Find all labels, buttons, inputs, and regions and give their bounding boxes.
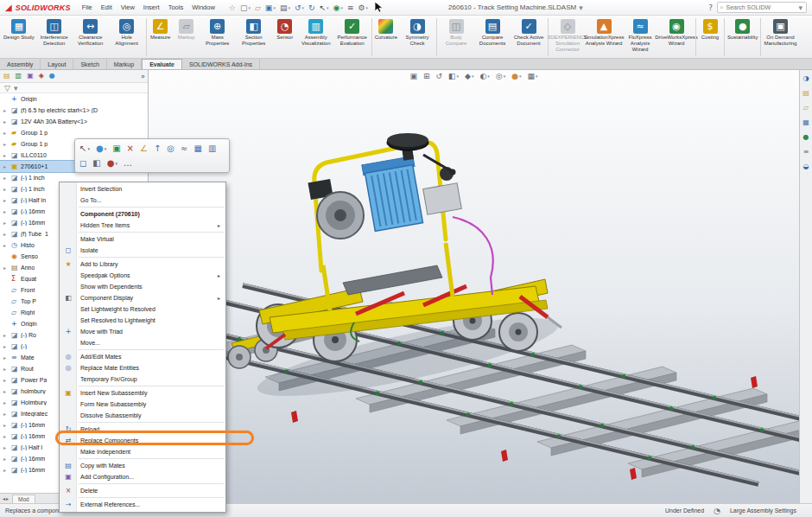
expand-arrow-icon[interactable]: ▸ bbox=[3, 343, 10, 349]
more-options-icon[interactable]: … bbox=[122, 158, 134, 168]
ribbon-tool-measure[interactable]: ∠Measure bbox=[148, 18, 174, 41]
graphics-area[interactable]: ▣⊞↺◧▾◆▾◐▾◎▾●▾▦▾ bbox=[149, 70, 799, 503]
ribbon-tool-hole-alignment[interactable]: ◎Hole Alignment bbox=[109, 18, 145, 48]
tab-sketch[interactable]: Sketch bbox=[73, 59, 106, 69]
ribbon-tool-floxpress-analysis-wizard[interactable]: ≈FloXpress Analysis Wizard bbox=[622, 18, 658, 53]
new-file-icon[interactable]: ▢▾ bbox=[239, 3, 251, 12]
explode-icon[interactable]: ↑ bbox=[152, 144, 162, 153]
expand-arrow-icon[interactable]: ▸ bbox=[3, 231, 10, 237]
menu-view[interactable]: View bbox=[117, 2, 139, 13]
previous-view-icon[interactable]: ↺ bbox=[435, 72, 442, 80]
ribbon-tool-on-demand-manufacturing[interactable]: ▣On Demand Manufacturing bbox=[762, 18, 798, 48]
ribbon-tool-symmetry-check[interactable]: ◑Symmetry Check bbox=[399, 18, 435, 48]
configurationmanager-icon[interactable]: ▣ bbox=[26, 72, 35, 80]
select-icon[interactable]: ↖▾ bbox=[78, 144, 92, 153]
menu-item-show-with-dependents[interactable]: Show with Dependents bbox=[60, 281, 225, 292]
view-orientation-icon[interactable]: ◆▾ bbox=[465, 72, 473, 80]
ribbon-tool-assembly-visualization[interactable]: ▥Assembly Visualization bbox=[298, 18, 334, 48]
appearance-sphere-icon[interactable]: ●▾ bbox=[105, 158, 119, 168]
menu-tools[interactable]: Tools bbox=[164, 2, 188, 13]
tab-scroll-arrows-icon[interactable]: ◂▸ bbox=[0, 495, 12, 501]
redo-icon[interactable]: ↻ bbox=[308, 3, 316, 12]
print-icon[interactable]: ▤▾ bbox=[279, 3, 291, 12]
file-properties-icon[interactable]: ≡ bbox=[346, 3, 355, 12]
featuremanager-icon[interactable]: ▤ bbox=[3, 72, 11, 80]
tab-evaluate[interactable]: Evaluate bbox=[142, 59, 182, 69]
menu-edit[interactable]: Edit bbox=[97, 2, 117, 13]
delete-icon[interactable]: × bbox=[125, 144, 136, 153]
recent-documents-caret-icon[interactable]: ▾ bbox=[578, 3, 584, 12]
open-file-icon[interactable]: ▱ bbox=[254, 3, 262, 12]
expand-arrow-icon[interactable]: ▸ bbox=[3, 433, 10, 439]
zoom-area-icon[interactable]: ⊞ bbox=[423, 72, 430, 80]
ribbon-tool-performance-evaluation[interactable]: ✓Performance Evaluation bbox=[334, 18, 371, 48]
hide-show-icon[interactable]: ◎▾ bbox=[496, 72, 505, 80]
expand-arrow-icon[interactable]: ▸ bbox=[3, 399, 10, 405]
tab-model[interactable]: Mod bbox=[12, 495, 35, 503]
ribbon-tool-sensor[interactable]: ◔Sensor bbox=[272, 18, 298, 41]
menu-item-add-configuration[interactable]: ▣Add Configuration... bbox=[60, 471, 225, 482]
expand-arrow-icon[interactable]: ▸ bbox=[3, 411, 10, 417]
forum-icon[interactable]: ◒ bbox=[802, 163, 810, 171]
appearance-icon[interactable]: ●▾ bbox=[94, 144, 108, 153]
menu-item-move-with-triad[interactable]: +Move with Triad bbox=[60, 326, 225, 337]
expand-arrow-icon[interactable]: ▸ bbox=[3, 388, 10, 394]
expand-arrow-icon[interactable]: ▸ bbox=[3, 197, 10, 203]
filter-caret-icon[interactable]: ▾ bbox=[13, 84, 19, 93]
menu-item-external-references[interactable]: →External References... bbox=[60, 499, 225, 510]
scene-icon[interactable]: ▦▾ bbox=[528, 72, 538, 80]
zoom-fit-icon[interactable]: ▣ bbox=[409, 72, 417, 80]
expand-arrow-icon[interactable]: ▸ bbox=[3, 456, 10, 462]
custom-properties-icon[interactable]: ≡ bbox=[802, 148, 810, 156]
rebuild-icon[interactable]: ◉▾ bbox=[333, 3, 344, 12]
expand-arrow-icon[interactable]: ▸ bbox=[3, 130, 10, 136]
grid-icon[interactable]: ▥ bbox=[206, 144, 218, 153]
ribbon-tool-costing[interactable]: $Costing bbox=[697, 18, 723, 41]
save-icon[interactable]: ▣▾ bbox=[264, 3, 276, 12]
ribbon-tool-markup[interactable]: ▱Markup bbox=[174, 18, 200, 41]
menu-item-add-edit-mates[interactable]: ◎Add/Edit Mates bbox=[60, 351, 225, 362]
expand-arrow-icon[interactable]: ▸ bbox=[3, 377, 10, 383]
ribbon-tool-mass-properties[interactable]: ⊕Mass Properties bbox=[200, 18, 236, 48]
expand-arrow-icon[interactable]: ▸ bbox=[3, 467, 10, 473]
ribbon-tool-body-compare[interactable]: ◫Body Compare bbox=[438, 18, 474, 48]
menu-item-hidden-tree-items[interactable]: Hidden Tree Items▸ bbox=[60, 220, 225, 231]
menu-item-go-to[interactable]: Go To... bbox=[60, 195, 225, 206]
ribbon-tool-section-properties[interactable]: ◧Section Properties bbox=[236, 18, 272, 48]
search-box[interactable]: ▾ bbox=[717, 2, 807, 13]
menu-file[interactable]: File bbox=[78, 2, 97, 13]
tab-assembly[interactable]: Assembly bbox=[0, 59, 41, 69]
menu-item-reload[interactable]: ↻Reload bbox=[60, 424, 225, 435]
isolate-icon[interactable]: ◻ bbox=[78, 158, 88, 168]
search-caret-icon[interactable]: ▾ bbox=[797, 3, 803, 12]
menu-item-invert-selection[interactable]: Invert Selection bbox=[60, 183, 225, 195]
ribbon-tool-check-active-document[interactable]: ✓Check Active Document bbox=[511, 18, 547, 48]
tab-layout[interactable]: Layout bbox=[41, 59, 73, 69]
expand-arrow-icon[interactable]: ▸ bbox=[3, 422, 10, 428]
filter-funnel-icon[interactable]: ▽ bbox=[3, 84, 11, 93]
3dexperience-icon[interactable]: ◑ bbox=[802, 74, 810, 83]
ribbon-tool-clearance-verification[interactable]: ↔Clearance Verification bbox=[73, 18, 109, 48]
expand-arrow-icon[interactable]: ▸ bbox=[3, 265, 10, 271]
menu-item-component-display[interactable]: ◧Component Display▸ bbox=[60, 292, 225, 303]
expand-arrow-icon[interactable]: ▸ bbox=[3, 163, 10, 169]
menu-item-speedpak-options[interactable]: Speedpak Options▸ bbox=[60, 270, 225, 281]
menu-item-make-independent[interactable]: Make Independent bbox=[60, 446, 225, 457]
expand-arrow-icon[interactable]: ▸ bbox=[3, 141, 10, 147]
undo-icon[interactable]: ↺▾ bbox=[294, 3, 305, 12]
menu-item-add-to-library[interactable]: ★Add to Library bbox=[60, 258, 225, 270]
expand-arrow-icon[interactable]: ▸ bbox=[3, 107, 10, 113]
menu-window[interactable]: Window bbox=[187, 2, 219, 13]
menu-item-dissolve-subassembly[interactable]: Dissolve Subassembly bbox=[60, 410, 225, 421]
menu-item-temporary-fix-group[interactable]: Temporary Fix/Group bbox=[60, 373, 225, 385]
menu-item-set-resolved-to-lightweight[interactable]: Set Resolved to Lightweight bbox=[60, 315, 225, 326]
expand-arrow-icon[interactable]: ▸ bbox=[3, 444, 10, 450]
measure-icon[interactable]: ∠ bbox=[138, 144, 149, 153]
menu-item-replace-mate-entities[interactable]: ◎Replace Mate Entities bbox=[60, 362, 225, 373]
tab-markup[interactable]: Markup bbox=[107, 59, 142, 69]
expand-arrow-icon[interactable]: ▸ bbox=[3, 366, 10, 372]
expand-arrow-icon[interactable]: ▸ bbox=[3, 220, 10, 226]
tree-item-12v-4ah-30a-battery-1[interactable]: ▸◪12V 4Ah 30A Battery<1> bbox=[0, 116, 148, 127]
tree-filter-bar[interactable]: ▽ ▾ bbox=[0, 83, 148, 93]
view-palette-icon[interactable]: ▦ bbox=[802, 118, 810, 127]
